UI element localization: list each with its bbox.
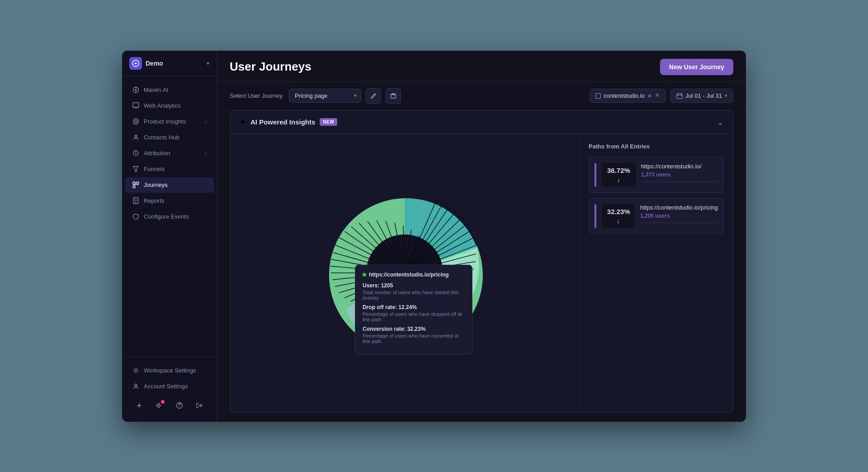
main-toolbar: Select User Journey Pricing page ▾ c bbox=[217, 82, 746, 110]
sidebar: Demo ▾ Maven AI Web Analytics bbox=[122, 51, 217, 422]
main-content: User Journeys New User Journey Select Us… bbox=[217, 51, 746, 422]
toolbar-left: Select User Journey Pricing page ▾ bbox=[230, 88, 401, 104]
sidebar-item-maven-ai[interactable]: Maven AI bbox=[125, 82, 214, 98]
web-analytics-icon bbox=[132, 102, 139, 110]
delete-journey-button[interactable] bbox=[386, 88, 401, 104]
new-journey-button[interactable]: New User Journey bbox=[660, 59, 733, 75]
workspace-logo bbox=[129, 57, 142, 70]
ai-insights-collapse-button[interactable]: ⌄ bbox=[717, 117, 724, 127]
path-divider-1 bbox=[641, 181, 718, 182]
sidebar-item-funnels[interactable]: Funnels bbox=[125, 162, 214, 177]
path-users-2: 1,205 users bbox=[640, 213, 718, 219]
workspace-name: Demo bbox=[146, 60, 203, 67]
sidebar-item-web-analytics-label: Web Analytics bbox=[144, 102, 207, 109]
path-percent-2: 32.23% bbox=[607, 208, 629, 215]
domain-filter[interactable]: contentstudio.io bbox=[590, 89, 666, 103]
svg-point-10 bbox=[135, 135, 137, 138]
path-percent-block-1: 36.72% ↓ bbox=[602, 163, 636, 187]
page-title: User Journeys bbox=[230, 60, 311, 74]
svg-rect-15 bbox=[133, 182, 135, 184]
sidebar-item-attribution-label: Attribution bbox=[144, 150, 200, 157]
attribution-icon bbox=[132, 150, 139, 157]
path-users-1: 1,373 users bbox=[641, 172, 718, 178]
announcements-button[interactable] bbox=[152, 398, 166, 413]
path-url-2: https://contentstudio.io/pricing bbox=[640, 204, 718, 211]
path-accent-bar-1 bbox=[594, 163, 596, 187]
attribution-arrow-icon: › bbox=[205, 151, 207, 156]
bottom-icon-bar bbox=[122, 395, 217, 416]
logout-button[interactable] bbox=[192, 398, 207, 413]
sidebar-item-account-settings-label: Account Settings bbox=[144, 383, 207, 390]
path-arrow-1: ↓ bbox=[607, 176, 630, 183]
sidebar-nav: Maven AI Web Analytics Product Insights … bbox=[122, 76, 217, 357]
path-arrow-2: ↓ bbox=[607, 217, 629, 224]
paths-title: Paths from All Entries bbox=[589, 143, 724, 150]
path-percent-block-2: 32.23% ↓ bbox=[602, 204, 635, 228]
sidebar-item-workspace-settings[interactable]: Workspace Settings bbox=[125, 363, 214, 378]
edit-journey-button[interactable] bbox=[366, 88, 381, 104]
date-range-picker[interactable]: Jul 01 - Jul 31 ▾ bbox=[670, 89, 733, 103]
path-info-2: https://contentstudio.io/pricing 1,205 u… bbox=[640, 204, 718, 223]
domain-filter-remove[interactable] bbox=[655, 92, 660, 99]
sidebar-item-maven-ai-label: Maven AI bbox=[144, 86, 207, 93]
svg-rect-16 bbox=[137, 182, 139, 184]
date-range-value: Jul 01 - Jul 31 bbox=[685, 92, 722, 99]
sidebar-item-reports[interactable]: Reports bbox=[125, 193, 214, 209]
sidebar-item-funnels-label: Funnels bbox=[144, 166, 207, 172]
new-badge: NEW bbox=[320, 118, 337, 126]
sidebar-item-product-insights[interactable]: Product Insights › bbox=[125, 114, 214, 129]
product-insights-arrow-icon: › bbox=[205, 119, 207, 124]
journeys-icon bbox=[132, 181, 139, 189]
chart-area: /* generated below */ bbox=[230, 134, 733, 413]
svg-rect-35 bbox=[677, 94, 682, 99]
main-header: User Journeys New User Journey bbox=[217, 51, 746, 82]
account-settings-icon bbox=[132, 383, 139, 390]
sidebar-item-contacts-hub-label: Contacts Hub bbox=[144, 134, 207, 141]
sidebar-item-attribution[interactable]: Attribution › bbox=[125, 146, 214, 161]
sidebar-item-workspace-settings-label: Workspace Settings bbox=[144, 367, 207, 374]
svg-point-25 bbox=[179, 406, 179, 407]
toolbar-right: contentstudio.io Jul 01 - Jul 31 ▾ bbox=[590, 89, 733, 103]
notification-dot bbox=[161, 400, 165, 404]
path-card-1: 36.72% ↓ https://contentstudio.io/ 1,373… bbox=[589, 157, 724, 193]
maven-ai-icon bbox=[132, 86, 139, 94]
sunburst-svg: /* generated below */ bbox=[310, 178, 500, 368]
contacts-hub-icon bbox=[132, 134, 139, 141]
svg-rect-32 bbox=[595, 93, 600, 98]
journey-select-wrapper: Pricing page ▾ bbox=[289, 89, 361, 103]
svg-point-22 bbox=[135, 370, 137, 372]
svg-rect-5 bbox=[133, 103, 139, 107]
ai-insights-label: AI Powered Insights bbox=[250, 118, 315, 126]
path-card-2: 32.23% ↓ https://contentstudio.io/pricin… bbox=[589, 198, 724, 234]
svg-point-12 bbox=[135, 153, 137, 154]
path-accent-bar-2 bbox=[594, 204, 596, 228]
svg-point-2 bbox=[135, 89, 137, 91]
sidebar-item-product-insights-label: Product Insights bbox=[144, 118, 200, 125]
sparkle-button[interactable] bbox=[132, 398, 146, 413]
configure-events-icon bbox=[132, 213, 139, 220]
path-info-1: https://contentstudio.io/ 1,373 users bbox=[641, 163, 718, 182]
ai-insights-left: ✦ AI Powered Insights NEW bbox=[239, 117, 337, 127]
sidebar-item-journeys[interactable]: Journeys bbox=[125, 177, 214, 193]
svg-marker-14 bbox=[133, 167, 138, 172]
sidebar-item-account-settings[interactable]: Account Settings bbox=[125, 379, 214, 394]
workspace-chevron-icon: ▾ bbox=[207, 60, 209, 67]
svg-point-23 bbox=[135, 384, 137, 386]
path-percent-1: 36.72% bbox=[607, 167, 630, 174]
sidebar-item-contacts-hub[interactable]: Contacts Hub bbox=[125, 130, 214, 145]
path-divider-2 bbox=[640, 223, 718, 223]
chart-right-panel: Paths from All Entries 36.72% ↓ https://… bbox=[579, 134, 733, 412]
workspace-settings-icon bbox=[132, 367, 139, 374]
workspace-selector[interactable]: Demo ▾ bbox=[122, 51, 217, 76]
sidebar-item-configure-events-label: Configure Events bbox=[144, 213, 207, 220]
date-range-chevron-icon: ▾ bbox=[725, 93, 727, 99]
svg-point-9 bbox=[135, 120, 137, 123]
sidebar-item-configure-events[interactable]: Configure Events bbox=[125, 209, 214, 224]
svg-point-8 bbox=[133, 119, 138, 124]
help-button[interactable] bbox=[172, 398, 187, 413]
journey-select[interactable]: Pricing page bbox=[289, 89, 361, 103]
funnels-icon bbox=[132, 166, 139, 173]
sidebar-item-web-analytics[interactable]: Web Analytics bbox=[125, 98, 214, 114]
chart-left: /* generated below */ bbox=[230, 134, 579, 412]
path-url-1: https://contentstudio.io/ bbox=[641, 163, 718, 170]
